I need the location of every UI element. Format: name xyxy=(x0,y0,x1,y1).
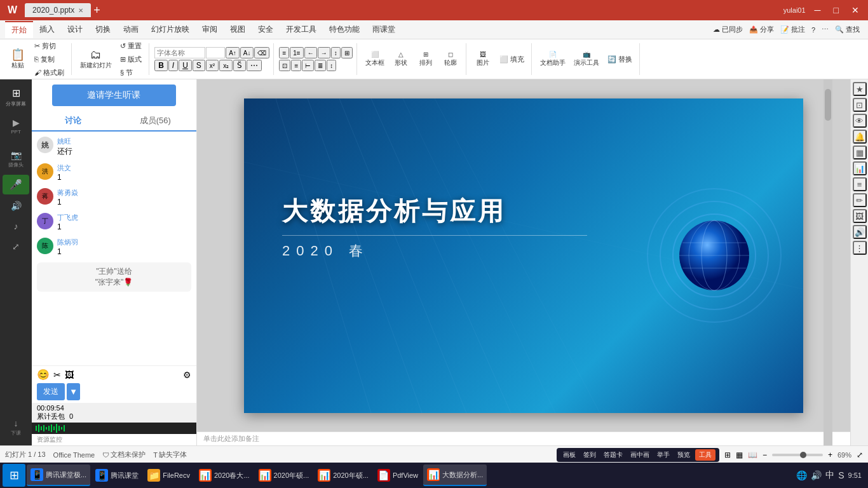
zoom-out-btn[interactable]: − xyxy=(763,451,767,459)
tab-features[interactable]: 特色功能 xyxy=(323,22,366,37)
share-screen-btn[interactable]: ⊞ 分享屏幕 xyxy=(3,83,29,111)
strikethrough-btn[interactable]: S xyxy=(193,60,205,71)
minimize-btn[interactable]: ─ xyxy=(811,4,825,17)
clear-format-btn[interactable]: ⌫ xyxy=(254,47,269,58)
bold-btn[interactable]: B xyxy=(154,60,168,71)
send-dropdown-btn[interactable]: ▼ xyxy=(67,383,80,400)
image-icon-btn[interactable]: 🖼 xyxy=(65,370,74,380)
right-tool-sound[interactable]: 🔊 xyxy=(853,225,867,239)
tray-sound[interactable]: 🔊 xyxy=(811,470,822,480)
ppt-mode-btn[interactable]: ▶ PPT xyxy=(3,114,29,139)
line-space-btn[interactable]: ↕ xyxy=(327,60,336,71)
align-left-btn[interactable]: ⊡ xyxy=(279,60,290,71)
taskbar-item-tencent-class[interactable]: 📱 腾讯课堂极... xyxy=(27,464,90,486)
paste-btn[interactable]: 📋 粘贴 xyxy=(6,48,29,71)
annotate-btn[interactable]: 📝 批注 xyxy=(777,24,808,36)
system-clock[interactable]: 9:51 xyxy=(848,471,862,480)
right-tool-star[interactable]: ★ xyxy=(853,82,867,96)
right-tool-list[interactable]: ≡ xyxy=(853,177,867,191)
taskbar-item-2020master2[interactable]: 📊 2020年硕... xyxy=(314,464,372,486)
view-normal-btn[interactable]: ⊞ xyxy=(724,451,731,459)
sort-btn[interactable]: ⊞ 排列 xyxy=(414,50,437,69)
tab-yuketang[interactable]: 雨课堂 xyxy=(366,22,402,37)
music-btn[interactable]: ♪ xyxy=(3,217,29,235)
fullscreen-btn[interactable]: ⤢ xyxy=(3,238,29,255)
tray-network[interactable]: 🌐 xyxy=(796,470,807,480)
cut-icon-btn[interactable]: ✂ xyxy=(53,370,61,380)
send-btn[interactable]: 发送 xyxy=(37,383,65,400)
scrollbar-thumb[interactable] xyxy=(825,89,831,121)
taskbar-item-2020master1[interactable]: 📊 2020年硕... xyxy=(255,464,313,486)
align-center-btn[interactable]: ≡ xyxy=(291,60,301,71)
cut-btn[interactable]: ✂ 剪切 xyxy=(31,40,67,52)
tool-quiz[interactable]: 答题卡 xyxy=(601,450,625,460)
tab-insert[interactable]: 插入 xyxy=(33,22,61,37)
settings-icon-btn[interactable]: ⚙ xyxy=(183,370,191,380)
tab-review[interactable]: 审阅 xyxy=(196,22,224,37)
tool-raise-hand[interactable]: 举手 xyxy=(654,450,672,460)
section-btn[interactable]: § 节 xyxy=(117,67,145,79)
camera-btn[interactable]: 📷 摄像头 xyxy=(3,146,29,172)
font-decrease-btn[interactable]: A↓ xyxy=(240,47,254,58)
outline-btn[interactable]: ◻ 轮廓 xyxy=(439,50,462,69)
tab-home[interactable]: 开始 xyxy=(5,21,33,38)
help-btn[interactable]: ? xyxy=(808,25,818,35)
tab-security[interactable]: 安全 xyxy=(252,22,280,37)
textbox-btn[interactable]: ⬜ 文本框 xyxy=(362,50,388,69)
right-tool-table[interactable]: ▦ xyxy=(853,146,867,159)
taskbar-item-filerecv[interactable]: 📁 FileRecv xyxy=(144,464,194,486)
col-btn[interactable]: ⊞ xyxy=(341,47,353,58)
emoji-btn[interactable]: 😊 xyxy=(37,369,50,381)
right-tool-bell[interactable]: 🔔 xyxy=(853,130,867,144)
right-tool-chart[interactable]: 📊 xyxy=(853,161,867,175)
format-brush-btn[interactable]: 🖌 格式刷 xyxy=(31,67,67,79)
slide-viewport[interactable]: 大数据分析与应用 2020 春 xyxy=(197,79,850,431)
tool-checkin[interactable]: 签到 xyxy=(581,450,599,460)
list-btn[interactable]: ≡ xyxy=(279,47,289,58)
new-slide-btn[interactable]: 🗂 新建幻灯片 xyxy=(77,48,115,71)
tool-pip[interactable]: 画中画 xyxy=(628,450,652,460)
numbered-list-btn[interactable]: 1≡ xyxy=(290,47,303,58)
docassist-btn[interactable]: 📄 文档助手 xyxy=(537,50,569,69)
speaker-btn[interactable]: 🔊 xyxy=(3,197,29,215)
taskbar-item-bigdata[interactable]: 📊 大数据分析... xyxy=(423,464,487,486)
tab-developer[interactable]: 开发工具 xyxy=(280,22,323,37)
right-tool-eye[interactable]: 👁 xyxy=(853,114,867,128)
tool-tools[interactable]: 工具 xyxy=(695,449,715,461)
taskbar-item-tencent[interactable]: 📱 腾讯课堂 xyxy=(92,464,142,486)
tab-discussion[interactable]: 讨论 xyxy=(32,111,114,132)
tab-view[interactable]: 视图 xyxy=(224,22,252,37)
active-tab[interactable]: 2020_0.pptx ✕ xyxy=(25,3,91,17)
start-btn[interactable]: ⊞ xyxy=(3,464,25,487)
view-slide-btn[interactable]: ▦ xyxy=(736,451,743,459)
font-name-input[interactable] xyxy=(154,47,205,58)
close-btn[interactable]: ✕ xyxy=(848,4,863,17)
view-reading-btn[interactable]: 📖 xyxy=(748,451,757,459)
reset-btn[interactable]: ↺ 重置 xyxy=(117,40,145,52)
find-btn[interactable]: 🔍 查找 xyxy=(832,24,863,36)
present-btn[interactable]: 📺 演示工具 xyxy=(571,50,602,69)
more-font-btn[interactable]: ⋯ xyxy=(247,60,262,71)
end-class-btn[interactable]: ↓ 下课 xyxy=(3,414,29,440)
more-btn[interactable]: ⋯ xyxy=(818,24,832,35)
taskbar-item-pdfview[interactable]: 📄 PdfView xyxy=(374,464,422,486)
tab-slideshow[interactable]: 幻灯片放映 xyxy=(145,22,196,37)
right-tool-img[interactable]: 🖼 xyxy=(853,209,867,223)
fit-window-btn[interactable]: ⤢ xyxy=(857,451,863,459)
zoom-in-btn[interactable]: + xyxy=(828,451,832,459)
vertical-scrollbar[interactable] xyxy=(824,79,832,445)
notes-bar[interactable]: 单击此处添加备注 xyxy=(197,431,850,445)
fill-btn[interactable]: ⬜ 填充 xyxy=(496,53,527,65)
tab-animation[interactable]: 动画 xyxy=(117,22,145,37)
italic-btn[interactable]: I xyxy=(168,60,178,71)
image-btn[interactable]: 🖼 图片 xyxy=(471,50,494,69)
tray-ime2[interactable]: S xyxy=(838,470,844,480)
tool-whiteboard[interactable]: 画板 xyxy=(560,450,578,460)
align-right-btn[interactable]: ⊢ xyxy=(302,60,314,71)
direction-btn[interactable]: ↕ xyxy=(331,47,341,58)
zoom-slider[interactable] xyxy=(772,454,823,456)
indent-increase-btn[interactable]: → xyxy=(318,47,330,58)
tool-preview[interactable]: 预览 xyxy=(675,450,693,460)
superscript-btn[interactable]: x² xyxy=(206,60,219,71)
new-tab-btn[interactable]: + xyxy=(93,4,100,17)
